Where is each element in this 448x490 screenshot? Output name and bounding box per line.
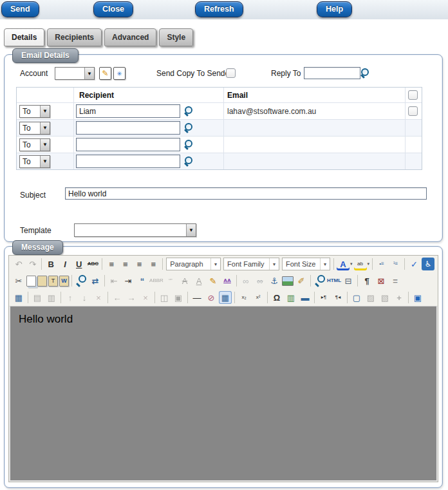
text-color-icon[interactable]: A xyxy=(337,258,350,270)
align-right-icon[interactable]: ≡ xyxy=(133,258,146,270)
right-to-left-icon[interactable]: ¶◂ xyxy=(331,291,344,304)
italic-icon[interactable]: I xyxy=(59,258,71,270)
print-icon[interactable]: ⊟ xyxy=(342,274,355,287)
underline-icon[interactable]: U xyxy=(73,258,86,270)
superscript-icon[interactable]: x² xyxy=(252,291,265,304)
font-size-select[interactable]: Font Size▾ xyxy=(282,258,330,270)
find-icon[interactable] xyxy=(75,274,88,287)
new-asterisk-icon: ✳ xyxy=(117,70,122,77)
style-properties-icon[interactable]: AA xyxy=(221,274,234,287)
paragraph-select[interactable]: Paragraph▾ xyxy=(166,258,221,270)
insert-table-icon[interactable]: ▦ xyxy=(12,291,25,304)
paste-word-icon[interactable]: W xyxy=(59,276,69,287)
visual-aid-icon[interactable]: ▦ xyxy=(219,291,232,304)
subscript-icon[interactable]: x₂ xyxy=(238,291,250,304)
font-family-select[interactable]: Font Family▾ xyxy=(223,258,279,270)
edit-account-button[interactable]: ✎ xyxy=(99,67,111,80)
recipient-search-icon[interactable] xyxy=(183,139,194,150)
recipient-type-select[interactable]: To▼ xyxy=(19,122,50,135)
reply-to-input[interactable] xyxy=(304,67,360,79)
preview-icon[interactable] xyxy=(313,274,326,287)
accessibility-check-icon[interactable]: ♿ xyxy=(422,258,434,270)
remove-formatting-icon[interactable]: ⊘ xyxy=(205,291,218,304)
cleanup-code-icon[interactable]: ✐ xyxy=(295,274,308,287)
highlight-color-dropdown[interactable]: ab▾ xyxy=(353,258,371,270)
recipient-checkbox[interactable] xyxy=(408,106,418,116)
fullscreen-icon[interactable]: ▣ xyxy=(411,291,424,304)
horizontal-rule-icon[interactable]: — xyxy=(191,291,203,304)
send-copy-label: Send Copy To Sender xyxy=(156,69,232,78)
toolbar-separator xyxy=(187,292,188,303)
recipient-search-icon[interactable] xyxy=(183,156,194,167)
recipient-input[interactable] xyxy=(76,155,180,168)
align-justify-icon[interactable]: ≡ xyxy=(147,258,160,270)
chevron-down-icon: ▾ xyxy=(320,258,330,270)
recipient-type-select[interactable]: To▼ xyxy=(19,155,50,168)
paste-icon[interactable] xyxy=(37,276,47,287)
send-button[interactable]: Send xyxy=(1,1,39,17)
recipient-input[interactable] xyxy=(76,104,180,118)
attributes-icon[interactable]: ✎ xyxy=(207,274,219,287)
move-backward-icon: ▧ xyxy=(378,291,391,304)
recipient-type-select[interactable]: To▼ xyxy=(19,138,50,151)
page-break-icon[interactable]: = xyxy=(389,274,402,287)
new-account-button[interactable]: ✳ xyxy=(113,67,126,80)
message-body-text: Hello world xyxy=(10,306,436,332)
undo-icon: ↶ xyxy=(12,258,25,270)
subject-input[interactable] xyxy=(65,187,427,200)
text-color-dropdown[interactable]: A▾ xyxy=(336,258,353,270)
refresh-button[interactable]: Refresh xyxy=(195,1,243,17)
bold-icon[interactable]: B xyxy=(44,258,57,270)
tab-details[interactable]: Details xyxy=(4,28,44,46)
insert-image-icon[interactable] xyxy=(282,276,294,286)
recipient-email: lahav@stsoftware.com.au xyxy=(223,103,405,119)
recipient-email xyxy=(223,137,405,153)
merge-cells-icon: ▣ xyxy=(172,291,185,304)
left-to-right-icon[interactable]: ▸¶ xyxy=(317,291,330,304)
visual-characters-icon[interactable]: ¶ xyxy=(360,274,373,287)
nonbreaking-space-icon[interactable]: ⊠ xyxy=(375,274,387,287)
template-select[interactable]: ▼ xyxy=(74,223,196,237)
blockquote-icon[interactable]: “ xyxy=(136,274,149,287)
reply-to-search-icon[interactable] xyxy=(359,68,370,79)
tab-style[interactable]: Style xyxy=(159,28,193,46)
highlight-color-icon[interactable]: ab xyxy=(354,258,367,270)
indent-icon[interactable]: ⇥ xyxy=(122,274,135,287)
cut-icon[interactable]: ✂ xyxy=(12,274,25,287)
align-center-icon[interactable]: ≡ xyxy=(119,258,132,270)
absolute-position-icon: + xyxy=(393,291,406,304)
advanced-hr-icon[interactable]: ▬ xyxy=(299,291,312,304)
anchor-icon[interactable]: ⚓ xyxy=(268,274,281,287)
tab-recipients[interactable]: Recipients xyxy=(47,28,102,46)
recipient-input[interactable] xyxy=(76,121,180,135)
send-copy-checkbox[interactable] xyxy=(226,68,236,78)
abbreviation-icon: ABBR xyxy=(150,274,163,287)
template-label: Template xyxy=(20,226,51,235)
recipient-type-select[interactable]: To▼ xyxy=(19,105,50,118)
help-button[interactable]: Help xyxy=(317,1,352,17)
select-all-checkbox[interactable] xyxy=(408,90,418,100)
special-character-icon[interactable]: Ω xyxy=(270,291,283,304)
recipient-input[interactable] xyxy=(76,138,180,151)
recipient-search-icon[interactable] xyxy=(183,122,194,133)
account-select[interactable]: ▼ xyxy=(55,67,95,80)
numbered-list-icon[interactable]: ¹≡ xyxy=(389,258,402,270)
find-replace-icon[interactable]: ⇄ xyxy=(89,274,102,287)
paste-text-icon[interactable]: T xyxy=(48,276,58,287)
insert-layer-icon[interactable]: ▢ xyxy=(350,291,363,304)
tab-advanced[interactable]: Advanced xyxy=(104,28,156,46)
insert-media-icon[interactable]: ▥ xyxy=(285,291,297,304)
bullet-list-icon[interactable]: •≡ xyxy=(375,258,388,270)
close-button[interactable]: Close xyxy=(93,1,133,17)
recipient-search-icon[interactable] xyxy=(183,106,194,117)
align-left-icon[interactable]: ≡ xyxy=(105,258,118,270)
editor-content-area[interactable]: Hello world xyxy=(9,306,438,482)
strikethrough-icon[interactable]: ABC xyxy=(87,258,100,270)
spellcheck-icon[interactable]: ✓ xyxy=(407,258,420,270)
copy-icon[interactable] xyxy=(26,276,36,287)
tab-bar: Details Recipients Advanced Style xyxy=(4,28,193,46)
html-source-icon[interactable]: HTML xyxy=(328,274,341,287)
paragraph-select-value: Paragraph xyxy=(170,260,203,268)
insert-link-icon: ∞ xyxy=(239,274,252,287)
recipient-type-value: To xyxy=(23,107,31,116)
